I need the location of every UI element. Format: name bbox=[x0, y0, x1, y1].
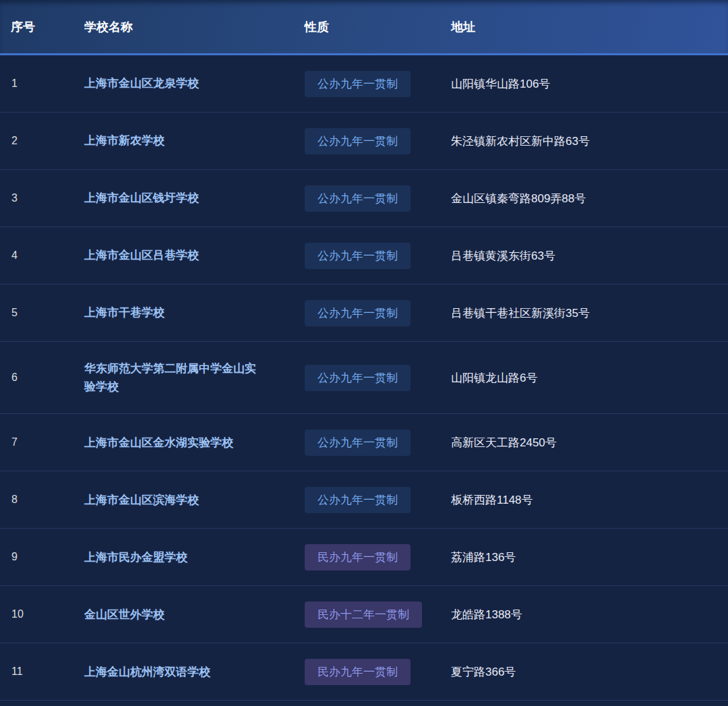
table-row: 1 上海市金山区龙泉学校 公办九年一贯制 山阳镇华山路106号 bbox=[0, 55, 728, 113]
school-name[interactable]: 上海市金山区钱圩学校 bbox=[81, 171, 303, 225]
table-row: 7 上海市金山区金水湖实验学校 公办九年一贯制 高新区天工路2450号 bbox=[0, 414, 728, 471]
school-name[interactable]: 上海市民办金盟学校 bbox=[81, 531, 303, 584]
row-index: 1 bbox=[0, 78, 81, 90]
school-type-badge: 公办九年一贯制 bbox=[305, 487, 411, 513]
table-row: 4 上海市金山区吕巷学校 公办九年一贯制 吕巷镇黄溪东街63号 bbox=[0, 227, 728, 285]
table-row: 3 上海市金山区钱圩学校 公办九年一贯制 金山区镇秦弯路809弄88号 bbox=[0, 170, 728, 227]
school-name[interactable]: 上海市金山区吕巷学校 bbox=[81, 229, 303, 282]
school-name[interactable]: 上海市金山区金水湖实验学校 bbox=[81, 416, 303, 469]
school-type-badge: 民办十二年一贯制 bbox=[305, 601, 422, 628]
table-row: 8 上海市金山区滨海学校 公办九年一贯制 板桥西路1148号 bbox=[0, 471, 728, 529]
row-index: 10 bbox=[0, 608, 81, 620]
school-type-badge: 公办九年一贯制 bbox=[305, 243, 411, 269]
school-type-cell: 公办九年一贯制 bbox=[303, 71, 448, 97]
school-type-badge: 公办九年一贯制 bbox=[305, 71, 411, 97]
school-type-cell: 公办九年一贯制 bbox=[303, 243, 448, 269]
table-row: 2 上海市新农学校 公办九年一贯制 朱泾镇新农村区新中路63号 bbox=[0, 113, 728, 170]
school-type-cell: 公办九年一贯制 bbox=[303, 300, 448, 326]
row-index: 3 bbox=[0, 192, 81, 204]
school-type-cell: 民办九年一贯制 bbox=[303, 659, 448, 685]
school-type-cell: 公办九年一贯制 bbox=[303, 128, 448, 154]
school-name[interactable]: 上海市干巷学校 bbox=[81, 286, 303, 339]
table-row: 5 上海市干巷学校 公办九年一贯制 吕巷镇干巷社区新溪街35号 bbox=[0, 285, 728, 342]
school-type-cell: 民办十二年一贯制 bbox=[303, 601, 448, 628]
column-header-name: 学校名称 bbox=[81, 19, 303, 35]
school-name[interactable]: 金山区世外学校 bbox=[81, 588, 303, 641]
school-type-cell: 公办九年一贯制 bbox=[303, 487, 448, 513]
school-type-cell: 公办九年一贯制 bbox=[303, 185, 448, 212]
school-address: 山阳镇华山路106号 bbox=[448, 76, 728, 92]
school-address: 板桥西路1148号 bbox=[448, 492, 728, 508]
table-row: 11 上海金山杭州湾双语学校 民办九年一贯制 夏宁路366号 bbox=[0, 643, 728, 701]
row-index: 2 bbox=[0, 135, 81, 147]
row-index: 6 bbox=[0, 372, 81, 384]
school-type-badge: 公办九年一贯制 bbox=[305, 430, 411, 456]
row-index: 8 bbox=[0, 494, 81, 506]
school-address: 夏宁路366号 bbox=[448, 664, 728, 680]
table-row: 6 华东师范大学第二附属中学金山实验学校 公办九年一贯制 山阳镇龙山路6号 bbox=[0, 342, 728, 414]
school-name[interactable]: 华东师范大学第二附属中学金山实验学校 bbox=[81, 342, 303, 413]
school-type-badge: 公办九年一贯制 bbox=[305, 128, 411, 154]
school-address: 金山区镇秦弯路809弄88号 bbox=[448, 191, 728, 206]
row-index: 11 bbox=[0, 666, 81, 678]
column-header-address: 地址 bbox=[448, 19, 728, 35]
row-index: 7 bbox=[0, 436, 81, 448]
column-header-type: 性质 bbox=[303, 19, 448, 35]
school-type-badge: 公办九年一贯制 bbox=[305, 300, 411, 326]
school-name[interactable]: 上海市金山区龙泉学校 bbox=[81, 57, 303, 110]
school-table: 序号 学校名称 性质 地址 1 上海市金山区龙泉学校 公办九年一贯制 山阳镇华山… bbox=[0, 0, 728, 706]
school-type-badge: 公办九年一贯制 bbox=[305, 365, 411, 391]
school-type-badge: 民办九年一贯制 bbox=[305, 544, 411, 570]
row-index: 5 bbox=[0, 307, 81, 319]
table-row: 9 上海市民办金盟学校 民办九年一贯制 荔浦路136号 bbox=[0, 529, 728, 586]
school-address: 吕巷镇干巷社区新溪街35号 bbox=[448, 305, 728, 321]
school-address: 朱泾镇新农村区新中路63号 bbox=[448, 134, 728, 149]
school-type-cell: 公办九年一贯制 bbox=[303, 430, 448, 456]
school-name[interactable]: 上海市新农学校 bbox=[81, 114, 303, 167]
school-type-cell: 公办九年一贯制 bbox=[303, 365, 448, 391]
table-header-row: 序号 学校名称 性质 地址 bbox=[0, 0, 728, 55]
school-address: 荔浦路136号 bbox=[448, 550, 728, 565]
school-address: 龙皓路1388号 bbox=[448, 607, 728, 622]
school-address: 高新区天工路2450号 bbox=[448, 435, 728, 450]
table-row: 10 金山区世外学校 民办十二年一贯制 龙皓路1388号 bbox=[0, 586, 728, 643]
school-type-cell: 民办九年一贯制 bbox=[303, 544, 448, 570]
row-index: 4 bbox=[0, 249, 81, 262]
school-name[interactable]: 上海金山杭州湾双语学校 bbox=[81, 645, 303, 699]
table-body: 1 上海市金山区龙泉学校 公办九年一贯制 山阳镇华山路106号 2 上海市新农学… bbox=[0, 55, 728, 701]
school-address: 山阳镇龙山路6号 bbox=[448, 370, 728, 386]
row-index: 9 bbox=[0, 551, 81, 563]
school-type-badge: 民办九年一贯制 bbox=[305, 659, 411, 685]
school-type-badge: 公办九年一贯制 bbox=[305, 185, 411, 212]
school-address: 吕巷镇黄溪东街63号 bbox=[448, 248, 728, 264]
school-name[interactable]: 上海市金山区滨海学校 bbox=[81, 473, 303, 527]
column-header-index: 序号 bbox=[0, 19, 81, 35]
